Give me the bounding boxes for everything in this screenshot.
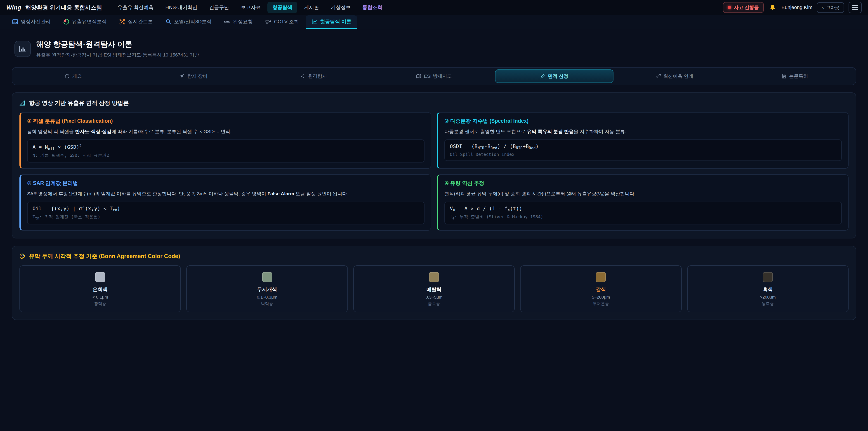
- tab-detection-equipment[interactable]: 탐지 장비: [134, 69, 253, 83]
- image-icon: [12, 19, 18, 25]
- subnav-item-area-analysis[interactable]: 유출유면적분석: [57, 16, 113, 29]
- tab-papers-patents[interactable]: 논문특허: [736, 69, 854, 83]
- satellite-icon: [224, 19, 230, 25]
- subnav-item-live-drone[interactable]: 실시간드론: [114, 16, 159, 29]
- tab-esi-map[interactable]: ESI 방제지도: [375, 69, 493, 83]
- thickness-panel: 유막 두께 시각적 추정 기준 (Bonn Agreement Color Co…: [12, 246, 856, 320]
- bell-icon: [769, 4, 776, 11]
- thickness-name: 메탈릭: [358, 286, 510, 293]
- ruler-icon: [20, 100, 25, 106]
- formula: V0 = A × d / (1 - fe(t)): [450, 206, 836, 212]
- tab-label: 원격탐사: [308, 73, 327, 79]
- nav-item-rescue[interactable]: 긴급구난: [204, 2, 234, 13]
- thickness-layer-label: 박막층: [190, 301, 344, 306]
- method-formula-block: OSDI = (BNIR-BRed) / (BNIR+BRed) Oil Spi…: [444, 140, 842, 161]
- method-card-spectral-index: ② 다중분광 지수법 (Spectral Index) 다중분광 센서로 촬영한…: [437, 112, 848, 169]
- theory-tabbar: 개요 탐지 장비 원격탐사 ESI 방제지도 면적 산정 확산예측 연계 논문특…: [12, 67, 856, 85]
- tab-remote-sensing[interactable]: 원격탐사: [254, 69, 373, 83]
- subnav-item-ship-3d[interactable]: 오염/선박3D분석: [160, 16, 217, 29]
- incident-badge-label: 사고 진행중: [734, 4, 759, 11]
- method-title: ① 픽셀 분류법 (Pixel Classification): [27, 118, 425, 125]
- tab-diffusion-link[interactable]: 확산예측 연계: [615, 69, 734, 83]
- subnav-label: 위성요청: [233, 18, 253, 25]
- app-title: 해양환경 위기대응 통합시스템: [26, 4, 102, 11]
- methods-grid: ① 픽셀 분류법 (Pixel Classification) 광학 영상의 각…: [20, 112, 848, 231]
- method-formula-block: A = Noil × (GSD)2 N: 기름 픽셀수, GSD: 지상 표본거…: [27, 140, 425, 163]
- nav-item-integrated-search[interactable]: 통합조회: [358, 2, 387, 13]
- nav-item-reports[interactable]: 보고자료: [236, 2, 266, 13]
- thickness-range: < 0.1μm: [24, 295, 177, 300]
- subnav-label: 오염/선박3D분석: [174, 18, 212, 25]
- color-swatch: [596, 272, 606, 282]
- nav-item-spill-forecast[interactable]: 유출유 확산예측: [112, 2, 158, 13]
- method-description: 다중분광 센서로 촬영한 밴드 조합으로 유막 특유의 분광 반응을 지수화하여…: [444, 128, 842, 135]
- incident-status-badge[interactable]: 사고 진행중: [723, 2, 764, 13]
- nav-item-aerial-search[interactable]: 항공탐색: [268, 2, 297, 13]
- color-swatch: [95, 272, 105, 282]
- tab-overview[interactable]: 개요: [14, 69, 132, 83]
- thickness-card-silver-gray: 은회색 < 0.1μm 광택층: [20, 265, 181, 312]
- notifications-button[interactable]: [768, 3, 777, 12]
- subnav-label: 유출유면적분석: [72, 18, 107, 25]
- wing-logo: Wing: [6, 4, 22, 11]
- method-description: 광학 영상의 각 픽셀을 반사도·색상·질감에 따라 기름/해수로 분류, 분류…: [27, 128, 425, 135]
- method-description: SAR 영상에서 후방산란계수(σ°)의 임계값 이하를 유막으로 판정합니다.…: [27, 190, 425, 197]
- hamburger-menu-icon[interactable]: [848, 2, 862, 13]
- thickness-layer-label: 금속층: [358, 301, 510, 306]
- method-card-sar-threshold: ③ SAR 임계값 분리법 SAR 영상에서 후방산란계수(σ°)의 임계값 이…: [20, 174, 431, 231]
- thickness-range: >200μm: [691, 295, 844, 300]
- page-title: 해양 항공탐색·원격탐사 이론: [36, 39, 199, 50]
- nav-item-weather[interactable]: 기상정보: [326, 2, 355, 13]
- link-icon: [656, 74, 661, 79]
- logout-button[interactable]: 로그아웃: [817, 2, 844, 13]
- subnav-label: 실시간드론: [128, 18, 153, 25]
- section-title-text: 항공 영상 기반 유출유 면적 산정 방법론: [29, 99, 129, 107]
- theory-chart-icon: [311, 19, 317, 25]
- pencil-icon: [540, 74, 545, 79]
- thickness-name: 은회색: [24, 286, 177, 293]
- satellite-dish-icon: [301, 74, 305, 79]
- tab-area-calculation[interactable]: 면적 산정: [495, 69, 614, 83]
- thickness-card-brown: 갈색 5~200μm 두꺼운층: [520, 265, 682, 312]
- thickness-layer-label: 광택층: [24, 301, 177, 306]
- thickness-range: 0.3~5μm: [358, 295, 510, 300]
- formula-note: Oil Spill Detection Index: [450, 152, 836, 157]
- document-icon: [781, 74, 786, 79]
- thickness-range: 5~200μm: [524, 295, 677, 300]
- thickness-name: 갈색: [524, 286, 677, 293]
- subnav-item-cctv[interactable]: CCTV 조회: [259, 16, 305, 29]
- nav-item-board[interactable]: 게시판: [299, 2, 324, 13]
- main-menu: 유출유 확산예측 HNS·대기확산 긴급구난 보고자료 항공탐색 게시판 기상정…: [112, 2, 387, 13]
- method-card-pixel-classification: ① 픽셀 분류법 (Pixel Classification) 광학 영상의 각…: [20, 112, 431, 169]
- formula-note: fe: 누적 증발비 (Stiver & Mackay 1984): [450, 214, 836, 220]
- subnav-label: 항공탐색 이론: [320, 18, 351, 25]
- palette-icon: [20, 253, 25, 259]
- subnav-item-image-management[interactable]: 영상사진관리: [6, 16, 57, 29]
- section-title-text: 유막 두께 시각적 추정 기준 (Bonn Agreement Color Co…: [29, 252, 180, 260]
- drone-icon: [119, 19, 125, 25]
- tab-label: ESI 방제지도: [424, 73, 452, 79]
- method-formula-block: Oil = {(x,y) | σ°(x,y) < Tth} Tth: 최적 임계…: [27, 202, 425, 224]
- formula-note: N: 기름 픽셀수, GSD: 지상 표본거리: [33, 153, 419, 158]
- formula: A = Noil × (GSD)2: [33, 144, 419, 151]
- formula: OSDI = (BNIR-BRed) / (BNIR+BRed): [450, 144, 836, 150]
- subnav-item-satellite-request[interactable]: 위성요청: [218, 16, 258, 29]
- area-methods-panel: 항공 영상 기반 유출유 면적 산정 방법론 ① 픽셀 분류법 (Pixel C…: [12, 92, 856, 239]
- thickness-card-rainbow: 무지개색 0.1~0.3μm 박막층: [186, 265, 348, 312]
- map-icon: [416, 74, 421, 79]
- formula: Oil = {(x,y) | σ°(x,y) < Tth}: [33, 206, 419, 212]
- thickness-name: 무지개색: [190, 286, 344, 293]
- subnav-item-theory[interactable]: 항공탐색 이론: [306, 16, 357, 29]
- thickness-grid: 은회색 < 0.1μm 광택층 무지개색 0.1~0.3μm 박막층 메탈릭 0…: [20, 265, 848, 312]
- nav-item-hns[interactable]: HNS·대기확산: [160, 2, 203, 13]
- user-name: Eunjeong Kim: [781, 4, 812, 10]
- area-methods-title: 항공 영상 기반 유출유 면적 산정 방법론: [20, 99, 848, 107]
- color-swatch: [262, 272, 272, 282]
- method-title: ④ 유량 역산 추정: [444, 180, 842, 187]
- thickness-range: 0.1~0.3μm: [190, 295, 344, 300]
- thickness-layer-label: 농축층: [691, 301, 844, 306]
- cctv-icon: [266, 19, 271, 25]
- incident-dot-icon: [728, 6, 731, 9]
- tab-label: 면적 산정: [548, 73, 568, 79]
- tab-label: 확산예측 연계: [663, 73, 693, 79]
